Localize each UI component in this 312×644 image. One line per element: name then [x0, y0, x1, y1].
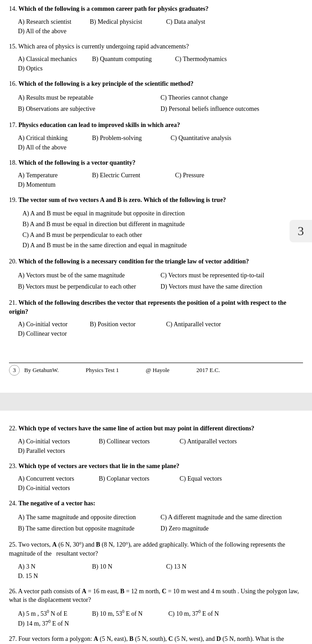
- question-14: 14. Which of the following is a common c…: [9, 4, 303, 36]
- q18-opt-a[interactable]: A) Temperature: [18, 171, 88, 180]
- question-20: 20. Which of the following is a necessar…: [9, 257, 303, 292]
- q15-opt-b[interactable]: B) Quantum computing: [92, 54, 171, 64]
- question-27: 27. Four vectors form a polygon: A (5 N,…: [9, 635, 303, 644]
- page-1: 3 14. Which of the following is a common…: [0, 0, 312, 388]
- q23-options: A) Concurrent vectors B) Coplanar vector…: [18, 474, 303, 493]
- q22-opt-b[interactable]: B) Collinear vectors: [99, 437, 175, 446]
- q27-text: 27. Four vectors form a polygon: A (5 N,…: [9, 635, 303, 644]
- q26-opt-a[interactable]: A) 5 m , 530 N of E: [18, 608, 88, 618]
- q16-opt-b[interactable]: B) Observations are subjective: [18, 103, 161, 114]
- q14-opt-d[interactable]: D) All of the above: [18, 26, 85, 36]
- question-17: 17. Physics education can lead to improv…: [9, 121, 303, 152]
- q23-opt-b[interactable]: B) Coplanar vectors: [99, 474, 175, 483]
- page-break: [0, 393, 312, 411]
- q22-opt-d[interactable]: D) Parallel vectors: [18, 446, 85, 456]
- q24-opt-a[interactable]: A) The same magnitude and opposite direc…: [18, 512, 161, 523]
- q25-options: A) 3 N B) 10 N C) 13 N D. 15 N: [18, 562, 303, 581]
- question-21: 21. Which of the following describes the…: [9, 298, 303, 338]
- q16-opt-a[interactable]: A) Results must be repeatable: [18, 92, 161, 103]
- q25-opt-d[interactable]: D. 15 N: [18, 571, 85, 581]
- q17-opt-a[interactable]: A) Critical thinking: [18, 133, 88, 143]
- q17-text: 17. Physics education can lead to improv…: [9, 121, 303, 130]
- q24-opt-c[interactable]: C) A different magnitude and the same di…: [161, 512, 303, 523]
- q20-opt-b[interactable]: B) Vectors must be perpendicular to each…: [18, 281, 161, 292]
- q20-opt-c[interactable]: C) Vectors must be represented tip-to-ta…: [161, 270, 303, 281]
- q18-opt-b[interactable]: B) Electric Current: [92, 171, 171, 180]
- q17-opt-c[interactable]: C) Quantitative analysis: [171, 133, 254, 143]
- question-25: 25. Two vectors, A (6 N, 30°) and B (8 N…: [9, 540, 303, 580]
- q20-opt-d[interactable]: D) Vectors must have the same direction: [161, 281, 303, 292]
- q18-options: A) Temperature B) Electric Current C) Pr…: [18, 171, 303, 189]
- q18-opt-d[interactable]: D) Momentum: [18, 180, 85, 189]
- question-19: 19. The vector sum of two vectors A and …: [9, 196, 303, 251]
- q15-options: A) Classical mechanics B) Quantum comput…: [18, 54, 303, 73]
- q21-text: 21. Which of the following describes the…: [9, 298, 303, 316]
- q26-opt-b[interactable]: B) 10 m, 530 E of N: [92, 608, 164, 618]
- question-22: 22. Which type of vectors have the same …: [9, 424, 303, 456]
- footer-year: 2017 E.C.: [197, 367, 220, 374]
- page-2: 22. Which type of vectors have the same …: [0, 415, 312, 644]
- q14-opt-b[interactable]: B) Medical physicist: [90, 17, 162, 26]
- q22-opt-c[interactable]: C) Antiparallel vectors: [180, 437, 258, 446]
- q26-options: A) 5 m , 530 N of E B) 10 m, 530 E of N …: [18, 608, 303, 628]
- q24-opt-d[interactable]: D) Zero magnitude: [161, 523, 303, 534]
- q22-opt-a[interactable]: A) Co-initial vectors: [18, 437, 94, 446]
- question-16: 16. Which of the following is a key prin…: [9, 79, 303, 114]
- q23-opt-d[interactable]: D) Co-initial vectors: [18, 483, 85, 493]
- page-footer: 3 By GetahunW. Physics Test 1 @ Hayole 2…: [9, 363, 303, 376]
- q24-options: A) The same magnitude and opposite direc…: [18, 512, 303, 534]
- spacer-1: [9, 345, 303, 358]
- q26-opt-c[interactable]: C) 10 m, 370 E of N: [168, 608, 242, 618]
- footer-author: By GetahunW.: [24, 367, 59, 374]
- q15-opt-d[interactable]: D) Optics: [18, 64, 85, 73]
- q21-opt-c[interactable]: C) Antiparallel vector: [166, 320, 245, 329]
- q19-options: A) A and B must be equal in magnitude bu…: [22, 208, 303, 251]
- q15-opt-a[interactable]: A) Classical mechanics: [18, 54, 88, 64]
- q19-opt-b[interactable]: B) A and B must be equal in direction bu…: [22, 219, 303, 230]
- q18-text: 18. Which of the following is a vector q…: [9, 158, 303, 167]
- q25-opt-c[interactable]: C) 13 N: [166, 562, 236, 571]
- q16-options: A) Results must be repeatable C) Theorie…: [18, 92, 303, 114]
- q20-opt-a[interactable]: A) Vectors must be of the same magnitude: [18, 270, 161, 281]
- q14-opt-a[interactable]: A) Research scientist: [18, 17, 85, 26]
- q20-text: 20. Which of the following is a necessar…: [9, 257, 303, 266]
- q17-opt-b[interactable]: B) Problem-solving: [92, 133, 166, 143]
- q26-text: 26. A vector path consists of A = 16 m e…: [9, 587, 303, 605]
- q23-opt-c[interactable]: C) Equal vectors: [180, 474, 249, 483]
- q17-opt-d[interactable]: D) All of the above: [18, 143, 85, 152]
- q26-opt-d[interactable]: D) 14 m, 370 E of N: [18, 618, 85, 628]
- q19-opt-a[interactable]: A) A and B must be equal in magnitude bu…: [22, 208, 303, 219]
- q22-options: A) Co-initial vectors B) Collinear vecto…: [18, 437, 303, 456]
- q19-opt-c[interactable]: C) A and B must be perpendicular to each…: [22, 230, 303, 241]
- q25-opt-b[interactable]: B) 10 N: [92, 562, 162, 571]
- question-24: 24. The negative of a vector has: A) The…: [9, 499, 303, 534]
- q18-opt-c[interactable]: C) Pressure: [175, 171, 238, 180]
- q14-options: A) Research scientist B) Medical physici…: [18, 17, 303, 36]
- question-18: 18. Which of the following is a vector q…: [9, 158, 303, 190]
- q21-opt-b[interactable]: B) Position vector: [90, 320, 162, 329]
- footer-page-num: 3: [9, 365, 20, 376]
- q24-text: 24. The negative of a vector has:: [9, 499, 303, 508]
- question-15: 15. Which area of physics is currently u…: [9, 42, 303, 74]
- q25-opt-a[interactable]: A) 3 N: [18, 562, 88, 571]
- q14-opt-c[interactable]: C) Data analyst: [166, 17, 229, 26]
- q22-text: 22. Which type of vectors have the same …: [9, 424, 303, 433]
- q23-opt-a[interactable]: A) Concurrent vectors: [18, 474, 94, 483]
- q19-text: 19. The vector sum of two vectors A and …: [9, 196, 303, 205]
- q16-text: 16. Which of the following is a key prin…: [9, 79, 303, 88]
- q21-opt-d[interactable]: D) Collinear vector: [18, 329, 85, 338]
- footer-info: By GetahunW. Physics Test 1 @ Hayole 201…: [24, 367, 220, 374]
- q21-opt-a[interactable]: A) Co-initial vector: [18, 320, 85, 329]
- q21-options: A) Co-initial vector B) Position vector …: [18, 320, 303, 338]
- q15-opt-c[interactable]: C) Thermodynamics: [175, 54, 249, 64]
- q24-opt-b[interactable]: B) The same direction but opposite magni…: [18, 523, 161, 534]
- question-26: 26. A vector path consists of A = 16 m e…: [9, 587, 303, 629]
- q16-opt-d[interactable]: D) Personal beliefs influence outcomes: [161, 103, 303, 114]
- q19-opt-d[interactable]: D) A and B must be in the same direction…: [22, 240, 303, 251]
- q16-opt-c[interactable]: C) Theories cannot change: [161, 92, 303, 103]
- q14-text: 14. Which of the following is a common c…: [9, 4, 303, 13]
- question-23: 23. Which type of vectors are vectors th…: [9, 462, 303, 493]
- q23-text: 23. Which type of vectors are vectors th…: [9, 462, 303, 471]
- page-tab: 3: [290, 220, 312, 242]
- q25-text: 25. Two vectors, A (6 N, 30°) and B (8 N…: [9, 540, 303, 558]
